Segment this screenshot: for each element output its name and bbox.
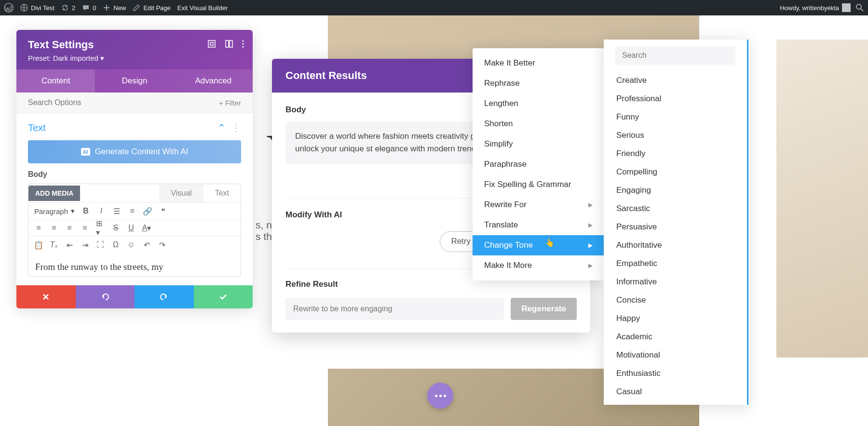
redo-icon[interactable]: ↷: [158, 240, 166, 249]
chevron-up-icon[interactable]: ⌃: [217, 122, 226, 133]
search-options-input[interactable]: [28, 98, 219, 107]
quote-icon[interactable]: ❝: [159, 207, 167, 215]
tone-funny[interactable]: Funny: [604, 108, 747, 126]
regenerate-button[interactable]: Regenerate: [511, 298, 577, 320]
cancel-button[interactable]: [16, 285, 76, 308]
clear-format-icon[interactable]: Tₓ: [50, 240, 58, 249]
generate-content-ai-button[interactable]: AI Generate Content With AI: [28, 140, 241, 163]
bullet-list-icon[interactable]: ☰: [112, 207, 121, 215]
align-center-icon[interactable]: ≡: [50, 224, 58, 232]
tab-text[interactable]: Text: [203, 184, 241, 202]
text-settings-panel: Text Settings Preset: Dark imported ▾ Co…: [16, 30, 253, 308]
outdent-icon[interactable]: ⇤: [65, 240, 74, 249]
text-color-icon[interactable]: A ▾: [142, 224, 151, 232]
tone-motivational[interactable]: Motivational: [604, 346, 747, 364]
svg-point-8: [242, 46, 244, 47]
menu-rewrite-for[interactable]: Rewrite For▶: [473, 195, 604, 215]
cursor-icon: 👆: [545, 238, 555, 247]
number-list-icon[interactable]: ≡: [128, 207, 136, 215]
tone-authoritative[interactable]: Authoritative: [604, 236, 747, 254]
tone-casual[interactable]: Casual: [604, 383, 747, 401]
menu-shorten[interactable]: Shorten: [473, 114, 604, 134]
indent-icon[interactable]: ⇥: [81, 240, 89, 249]
text-section-toggle[interactable]: Text ⌃ ⋮: [28, 122, 241, 133]
italic-icon[interactable]: I: [97, 207, 106, 215]
section-more-icon[interactable]: ⋮: [231, 122, 241, 133]
emoji-icon[interactable]: ☺: [127, 240, 136, 249]
editor-content[interactable]: From the runway to the streets, my: [28, 253, 241, 276]
refine-input[interactable]: [285, 298, 504, 320]
filter-button[interactable]: + Filter: [219, 99, 241, 107]
settings-header: Text Settings Preset: Dark imported ▾: [16, 30, 253, 69]
tone-happy[interactable]: Happy: [604, 309, 747, 328]
avatar: [842, 3, 851, 12]
svg-point-2: [856, 4, 861, 9]
menu-lengthen[interactable]: Lengthen: [473, 93, 604, 114]
tab-advanced[interactable]: Advanced: [174, 69, 253, 93]
exit-visual-builder[interactable]: Exit Visual Builder: [177, 4, 228, 12]
undo-action-button[interactable]: [76, 285, 135, 308]
paragraph-dropdown[interactable]: Paragraph ▾: [34, 207, 75, 215]
svg-rect-4: [226, 40, 229, 47]
svg-point-6: [242, 40, 244, 41]
tone-empathetic[interactable]: Empathetic: [604, 254, 747, 273]
edit-page[interactable]: Edit Page: [133, 4, 170, 12]
menu-fix-spelling[interactable]: Fix Spelling & Grammar: [473, 174, 604, 195]
table-icon[interactable]: ⊞ ▾: [96, 224, 105, 232]
expand-icon[interactable]: [207, 40, 216, 50]
strikethrough-icon[interactable]: S: [111, 224, 120, 232]
more-icon[interactable]: [242, 40, 244, 50]
search-icon[interactable]: [855, 3, 864, 12]
menu-change-tone[interactable]: Change Tone▶: [473, 235, 604, 255]
menu-make-it-better[interactable]: Make It Better: [473, 53, 604, 73]
tone-enthusiastic[interactable]: Enthusiastic: [604, 364, 747, 383]
site-name[interactable]: Divi Test: [20, 4, 54, 12]
tone-search-input[interactable]: [615, 46, 735, 65]
add-media-button[interactable]: ADD MEDIA: [28, 186, 80, 201]
tone-friendly[interactable]: Friendly: [604, 145, 747, 163]
menu-make-it-more[interactable]: Make It More▶: [473, 255, 604, 276]
tone-serious[interactable]: Serious: [604, 126, 747, 145]
link-icon[interactable]: 🔗: [143, 207, 152, 215]
tone-creative[interactable]: Creative: [604, 71, 747, 90]
tone-professional[interactable]: Professional: [604, 90, 747, 108]
updates[interactable]: 2: [61, 4, 75, 12]
new-content[interactable]: New: [103, 4, 126, 12]
comments[interactable]: 0: [82, 4, 96, 12]
tone-academic[interactable]: Academic: [604, 328, 747, 346]
menu-translate[interactable]: Translate▶: [473, 215, 604, 235]
fullscreen-icon[interactable]: ⛶: [96, 240, 105, 249]
tab-content[interactable]: Content: [16, 69, 95, 93]
bold-icon[interactable]: B: [81, 207, 90, 215]
body-label: Body: [28, 170, 241, 179]
underline-icon[interactable]: U: [127, 224, 136, 232]
divi-fab-button[interactable]: [427, 383, 453, 409]
tone-sarcastic[interactable]: Sarcastic: [604, 200, 747, 218]
special-char-icon[interactable]: Ω: [111, 240, 120, 249]
align-right-icon[interactable]: ≡: [65, 224, 74, 232]
tone-engaging[interactable]: Engaging: [604, 181, 747, 200]
snap-icon[interactable]: [225, 40, 233, 50]
wp-logo[interactable]: [4, 3, 14, 13]
settings-actions: [16, 285, 253, 308]
menu-paraphrase[interactable]: Paraphrase: [473, 154, 604, 174]
tab-visual[interactable]: Visual: [159, 184, 203, 202]
menu-rephrase[interactable]: Rephrase: [473, 73, 604, 93]
tone-compelling[interactable]: Compelling: [604, 163, 747, 181]
save-button[interactable]: [194, 285, 253, 308]
align-left-icon[interactable]: ≡: [34, 224, 43, 232]
howdy-user[interactable]: Howdy, writtenbyekta: [780, 3, 851, 12]
align-justify-icon[interactable]: ≡: [81, 224, 89, 232]
paste-icon[interactable]: 📋: [34, 240, 43, 249]
tone-persuasive[interactable]: Persuasive: [604, 218, 747, 236]
svg-rect-5: [230, 40, 232, 47]
tone-concise[interactable]: Concise: [604, 291, 747, 309]
undo-icon[interactable]: ↶: [142, 240, 151, 249]
tab-design[interactable]: Design: [95, 69, 174, 93]
tone-informative[interactable]: Informative: [604, 273, 747, 291]
settings-tabs: Content Design Advanced: [16, 69, 253, 93]
redo-action-button[interactable]: [135, 285, 194, 308]
menu-simplify[interactable]: Simplify: [473, 134, 604, 154]
side-image: [776, 40, 868, 358]
preset-selector[interactable]: Preset: Dark imported ▾: [28, 54, 241, 63]
